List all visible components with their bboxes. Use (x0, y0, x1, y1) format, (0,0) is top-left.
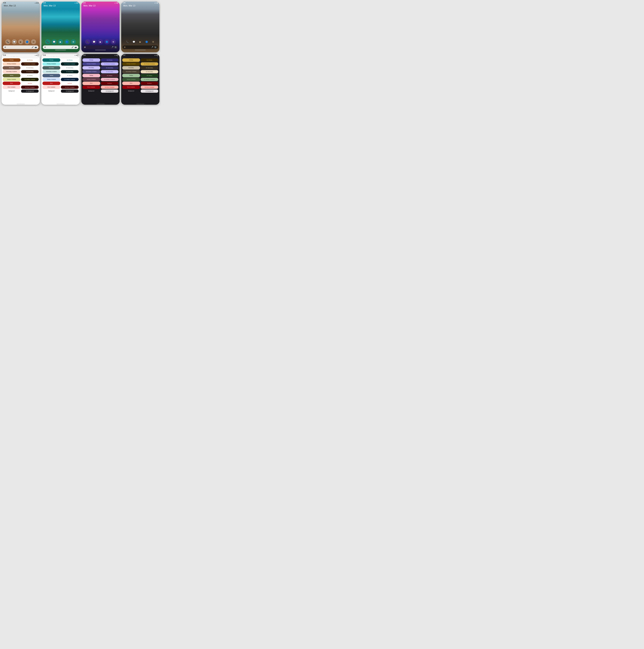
mic-icon[interactable]: 🎤 (151, 46, 153, 48)
phone-wp2: 5:36 ▲ ◈ ▐ Mon, Mar 13 📞💬▶🔵⚙ G 🎤 📷 (41, 2, 80, 52)
chip-7-on: On Error Container (101, 85, 119, 89)
chip-5-primary: Tertiary Container (42, 78, 60, 81)
chip-7-primary: Error Container (82, 85, 100, 89)
palette-row-1: Primary Container On Primary Container (42, 62, 79, 66)
chip-7-primary: Error Container (3, 85, 21, 89)
app-icon-3[interactable]: 🔵 (144, 39, 149, 44)
mic-icon[interactable]: 🎤 (32, 46, 34, 48)
phone-wp3: 5:43 ▲ ◈ ▐ Mon, Mar 13 📞💬▶🔵⚙ G 🎤 📷 (81, 2, 120, 52)
camera-icon[interactable]: 📷 (154, 46, 156, 48)
status-icons: ▲ ◈ ▐ (74, 55, 78, 56)
palette-row-5: Tertiary Container On Tertiary Container (82, 78, 119, 81)
chip-1-on: On Primary Container (101, 62, 119, 66)
app-icons-row: 📞💬▶🔵⚙ (121, 39, 159, 44)
mic-icon[interactable]: 🎤 (72, 46, 74, 48)
app-icon-0[interactable]: 📞 (45, 39, 50, 44)
camera-icon[interactable]: 📷 (115, 46, 117, 48)
chip-8-primary: Background (82, 89, 100, 93)
status-icons: ▲ ◈ ▐ (154, 55, 158, 56)
chip-1-primary: Primary Container (42, 62, 60, 66)
app-icons-row: 📞💬▶🔵⚙ (41, 39, 80, 44)
search-bar[interactable]: G 🎤 📷 (43, 45, 78, 49)
chip-3-primary: Secondary Container (122, 70, 140, 74)
home-indicator (15, 50, 26, 50)
palette-row-8: Background On Background (3, 89, 39, 93)
status-time: 5:47 (123, 54, 125, 56)
app-icon-1[interactable]: 💬 (131, 39, 136, 44)
palette-row-7: Error Container On Error Container (3, 85, 39, 89)
palette-row-2: Secondary On Secondary (82, 66, 119, 70)
app-icon-3[interactable]: 🔵 (65, 39, 70, 44)
phone-pal4: 5:47 ▲ ◈ ▐ ← cordova-plugin-dynamic-colo… (121, 54, 159, 105)
palette-screen: 5:44 ▲ ◈ ▐ ← cordova-plugin-dynamic-colo… (81, 54, 120, 105)
chip-3-on: On Secondary (101, 70, 119, 74)
wallpaper-date: Mon, Mar 13 (44, 5, 55, 7)
status-icons: ▲ ◈ ▐ (114, 55, 118, 56)
app-icon-4[interactable]: ⚙ (71, 39, 76, 44)
chip-6-primary: Error (82, 82, 100, 85)
mic-icon[interactable]: 🎤 (111, 46, 113, 48)
app-icon-1[interactable]: 💬 (91, 39, 96, 44)
app-icon-4[interactable]: ⚙ (31, 39, 36, 44)
status-time: 5:46 (123, 2, 125, 4)
wallpaper-date: Mon, Mar 13 (83, 5, 95, 7)
app-icon-2[interactable]: ▶ (58, 39, 63, 44)
chip-3-primary: Secondary Container (42, 70, 60, 74)
phone-wp1: 5:35 ▲ ◈ ▐ Mon, Mar 13 📞💬▶🔵⚙ G 🎤 📷 (2, 2, 40, 52)
app-icon-0[interactable]: 📞 (5, 39, 10, 44)
palette-row-2: Secondary On Secondary (42, 66, 79, 70)
status-bar: 5:38 ▲ ◈ ▐ (41, 54, 80, 56)
nav-pill (17, 104, 25, 104)
app-icon-3[interactable]: 🔵 (104, 39, 110, 44)
palette-content: Primary On Primary Primary Container On … (121, 58, 159, 103)
palette-content: Primary On Primary Primary Container On … (2, 58, 40, 103)
palette-row-3: Secondary Container On Secondary (42, 70, 79, 74)
chip-6-primary: Error (42, 82, 60, 85)
chip-8-primary: Background (122, 89, 140, 93)
chip-6-on: On Error (21, 82, 39, 85)
app-icon-2[interactable]: ▶ (98, 39, 103, 44)
home-indicator (55, 50, 66, 50)
app-icon-0[interactable]: 📞 (125, 39, 130, 44)
app-icon-4[interactable]: ⚙ (151, 39, 156, 44)
status-icons: ▲ ◈ ▐ (74, 2, 78, 4)
search-bar[interactable]: G 🎤 📷 (83, 45, 118, 49)
chip-3-on: On Secondary (21, 70, 39, 74)
app-icon-3[interactable]: 🔵 (25, 39, 30, 44)
chip-7-on: On Error Container (61, 85, 79, 89)
palette-row-2: Secondary On Secondary (122, 66, 158, 70)
chip-5-primary: Tertiary Container (82, 78, 100, 81)
camera-icon[interactable]: 📷 (75, 46, 77, 48)
app-icon-1[interactable]: 💬 (51, 39, 57, 44)
app-icon-2[interactable]: ▶ (18, 39, 23, 44)
search-bar[interactable]: G 🎤 📷 (123, 45, 158, 49)
status-time: 5:35 (3, 2, 6, 4)
chip-6-primary: Error (122, 82, 140, 85)
chip-2-on: On Secondary (21, 66, 39, 70)
palette-row-5: Tertiary Container On Tertiary Container (42, 78, 79, 81)
app-icon-2[interactable]: ▶ (138, 39, 143, 44)
wallpaper-bg (2, 2, 40, 52)
chip-0-primary: Primary (3, 58, 21, 62)
camera-icon[interactable]: 📷 (35, 46, 37, 48)
palette-row-6: Error On Error (82, 82, 119, 85)
chip-5-on: On Tertiary Container (61, 78, 79, 81)
status-bar: 5:36 ▲ ◈ ▐ (2, 54, 40, 56)
chip-0-primary: Primary (82, 58, 100, 62)
chip-8-primary: Background (3, 89, 21, 93)
chip-3-on: On Secondary (61, 70, 79, 74)
home-indicator (95, 50, 106, 50)
chip-4-primary: Tertiary (122, 74, 140, 77)
nav-bar (2, 103, 40, 105)
chip-1-primary: Primary Container (122, 62, 140, 66)
wallpaper-date: Mon, Mar 13 (123, 5, 135, 7)
search-bar[interactable]: G 🎤 📷 (3, 45, 38, 49)
palette-row-1: Primary Container On Primary Container (122, 62, 158, 66)
palette-row-0: Primary On Primary (122, 58, 158, 62)
palette-row-2: Secondary On Secondary (3, 66, 39, 70)
app-icon-1[interactable]: 💬 (12, 39, 17, 44)
chip-5-on: On Tertiary Container (140, 78, 158, 81)
chip-4-primary: Tertiary (82, 74, 100, 77)
app-icon-4[interactable]: ⚙ (111, 39, 116, 44)
app-icon-0[interactable]: 📞 (85, 39, 90, 44)
